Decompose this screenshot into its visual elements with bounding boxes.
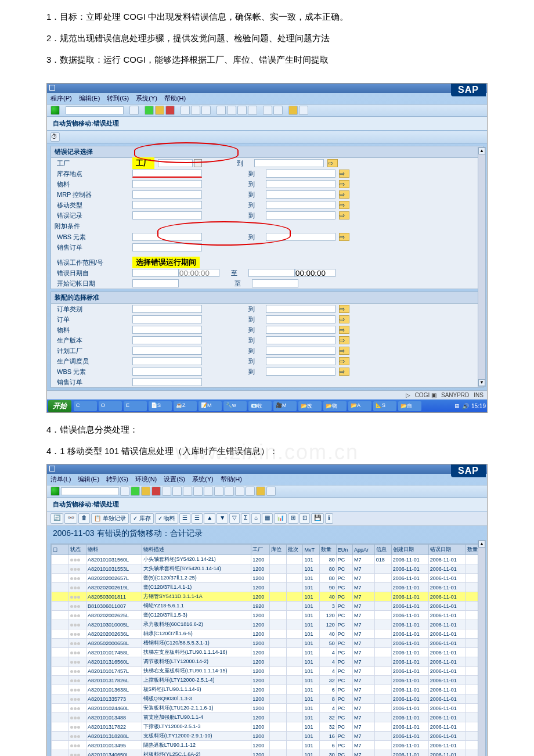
table-row[interactable]: A820202002619L套(C120/37Ⅱ.1.4.1-1)1200101…	[52, 583, 483, 592]
table-row[interactable]: A820101017457L扶梯右支座板料坯(LTU90.1.1.14-15)1…	[52, 667, 483, 676]
col-header[interactable]: 物料描述	[142, 545, 251, 555]
version-input[interactable]	[132, 336, 202, 344]
pplant-to-input[interactable]	[266, 347, 335, 355]
subtotal-icon[interactable]: ⌂	[251, 513, 261, 524]
taskbar-item[interactable]: 📐S	[373, 401, 396, 411]
table-row[interactable]: A820101318288L支板料坯(LTY12000-2.9.1-10)120…	[52, 732, 483, 741]
command-field[interactable]	[61, 487, 119, 495]
col-header[interactable]: 错误日期	[428, 545, 466, 555]
range-button[interactable]: ⇨	[339, 211, 349, 219]
material-to-input[interactable]	[266, 180, 335, 188]
col-header[interactable]: 创建日期	[391, 545, 428, 555]
range-button[interactable]: ⇨	[327, 159, 338, 167]
find-icon[interactable]	[191, 106, 200, 115]
taskbar-item[interactable]: 📄S	[149, 401, 172, 411]
table-row[interactable]: A820502000658L槽钢料坯(C120/56.5.5.3.1-1)120…	[52, 639, 483, 648]
deselect-all-icon[interactable]: ☰	[192, 513, 203, 524]
pplant-input[interactable]	[132, 347, 202, 355]
layout-save-icon[interactable]: 💾	[311, 513, 324, 524]
errtime-to-input[interactable]	[295, 269, 335, 277]
so-input[interactable]	[132, 243, 202, 251]
glasses-icon[interactable]: 👓	[64, 513, 77, 524]
mvt-input[interactable]	[132, 201, 202, 209]
col-select[interactable]: ☐	[52, 545, 69, 555]
start-button[interactable]: 开始	[48, 400, 71, 412]
next-page-icon[interactable]	[214, 487, 223, 496]
select-all-icon[interactable]: ☰	[179, 513, 190, 524]
col-header[interactable]: AppAr	[352, 545, 374, 555]
new-session-icon[interactable]	[235, 487, 244, 496]
order-to-input[interactable]	[266, 315, 335, 323]
menu-program[interactable]: 程序(P)	[50, 94, 72, 103]
ordtype-to-input[interactable]	[266, 305, 335, 313]
first-page-icon[interactable]	[193, 487, 203, 496]
find-next-icon[interactable]	[201, 106, 211, 115]
startdate-to-input[interactable]	[252, 279, 298, 287]
prev-page-icon[interactable]	[204, 487, 213, 496]
wbs-b-input[interactable]	[132, 368, 202, 376]
plant-to-input[interactable]	[254, 159, 324, 167]
refresh-icon[interactable]: 🔄	[50, 513, 63, 524]
err-to-input[interactable]	[266, 211, 335, 219]
cancel-icon[interactable]	[151, 487, 161, 496]
sort-desc-icon[interactable]: ▼	[217, 513, 228, 524]
ordtype-input[interactable]	[132, 305, 202, 313]
back-icon[interactable]	[131, 487, 140, 496]
range-button[interactable]: ⇨	[339, 201, 349, 209]
table-row[interactable]: A820101031560L小头轴套料坯(SY5420.1.14-21)1200…	[52, 555, 483, 564]
find-icon[interactable]	[172, 487, 182, 496]
sloc-to-input[interactable]	[266, 170, 335, 178]
graph-icon[interactable]: 📊	[274, 513, 287, 524]
table-row[interactable]: A820202002657L套(5)(C120/37Ⅱ.1.2-25)12001…	[52, 574, 483, 583]
col-header[interactable]: 工厂	[251, 545, 269, 555]
help-icon[interactable]	[256, 487, 265, 496]
col-header[interactable]: 批次	[286, 545, 303, 555]
menu-env[interactable]: 环境(N)	[135, 475, 157, 484]
range-button[interactable]: ⇨	[339, 180, 349, 188]
startdate-from-input[interactable]	[132, 279, 179, 287]
range-button[interactable]: ⇨	[339, 315, 349, 323]
errdate-from-input[interactable]	[132, 269, 179, 277]
table-row[interactable]: A820101017458L扶梯左支座板料坯(LTU90.1.1.14-16)1…	[52, 648, 483, 657]
range-button[interactable]: ⇨	[339, 233, 349, 241]
save-icon[interactable]	[129, 106, 139, 115]
table-row[interactable]: A820101013488前支座加强肋LTU90.1.1-4120010132P…	[52, 713, 483, 722]
errtime-from-input[interactable]	[179, 269, 219, 277]
menu-settings[interactable]: 设置(S)	[164, 475, 185, 484]
range-button[interactable]: ⇨	[339, 190, 349, 199]
order-input[interactable]	[132, 315, 202, 323]
menu-goto[interactable]: 转到(G)	[106, 475, 128, 484]
layout-icon[interactable]	[266, 487, 276, 496]
taskbar-item[interactable]: E	[124, 401, 147, 411]
taskbar-item[interactable]: 📧收	[248, 401, 272, 411]
table-row[interactable]: A820202002636L轴承(C120/37Ⅱ.1.6-5)12001014…	[52, 629, 483, 639]
sched-to-input[interactable]	[266, 357, 335, 365]
table-row[interactable]: A820202002625L套(C120/37Ⅱ.1.5-3)120010112…	[52, 611, 483, 620]
col-header[interactable]: 物料	[86, 545, 142, 555]
table-row[interactable]: A820101335773钢板QSQ9030Ⅰ.1.3-312001018PCM…	[52, 694, 483, 704]
layout-change-icon[interactable]: ⊡	[300, 513, 310, 524]
export-icon[interactable]: ▦	[262, 513, 273, 524]
taskbar-item[interactable]: 📝M	[199, 401, 222, 411]
find-next-icon[interactable]	[183, 487, 192, 496]
table-row[interactable]: A820103010005L承力板料坯(60C1816.6-2)12001011…	[52, 620, 483, 629]
last-page-icon[interactable]	[225, 487, 234, 496]
material-b-to-input[interactable]	[266, 326, 335, 334]
range-button[interactable]: ⇨	[339, 357, 349, 365]
table-row[interactable]: A820101013638L板5料坯(LTU90.1.1.14-6)120010…	[52, 685, 483, 694]
menu-system[interactable]: 系统(Y)	[136, 94, 157, 103]
col-header[interactable]: 状态	[69, 545, 86, 555]
menu-edit[interactable]: 编辑(E)	[79, 94, 100, 103]
err-input[interactable]	[132, 211, 202, 219]
table-row[interactable]: A820101317822下撑板LTY12000-2.5.1-312001013…	[52, 722, 483, 732]
table-row[interactable]: A820101317826L上撑板料坯(LTY12000-2.5.1-4)120…	[52, 676, 483, 685]
taskbar-item[interactable]: 📂自	[398, 401, 421, 411]
layout-select-icon[interactable]: ⊞	[288, 513, 298, 524]
execute-icon[interactable]: ⏱	[50, 132, 60, 142]
menu-goto[interactable]: 转到(G)	[107, 94, 129, 103]
errdate-to-input[interactable]	[248, 269, 295, 277]
ver-to-input[interactable]	[266, 336, 335, 344]
col-header[interactable]: EUn	[336, 545, 352, 555]
table-row[interactable]: A820101013495隔热遮板LTU90.1.1-1212001016PCM…	[52, 741, 483, 750]
so-b-input[interactable]	[132, 378, 202, 386]
